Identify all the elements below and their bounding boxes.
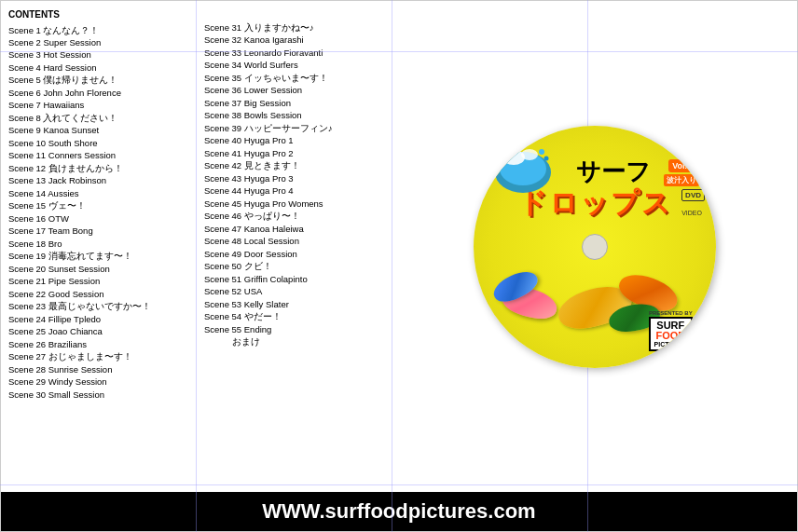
list-item: Scene 22 Good Session (8, 288, 204, 300)
list-item: Scene 39 ハッピーサーフィン♪ (204, 122, 400, 134)
list-item: Scene 55 Ending (204, 323, 400, 335)
list-item: Scene 35 イッちゃいま〜す！ (204, 72, 400, 84)
list-item: Scene 8 入れてください！ (8, 112, 204, 124)
list-item: Scene 32 Kanoa Igarashi (204, 34, 400, 46)
scene-list-left: CONTENTS Scene 1 なんなん？！Scene 2 Super Ses… (8, 8, 204, 484)
svg-point-6 (544, 156, 549, 160)
list-item: Scene 34 World Surfers (204, 59, 400, 71)
contents-label: CONTENTS (8, 8, 204, 22)
list-item: Scene 11 Conners Session (8, 149, 204, 161)
list-item: Scene 47 Kanoa Haleiwa (204, 223, 400, 235)
list-item: Scene 51 Griffin Colapinto (204, 273, 400, 285)
list-item: Scene 15 ヴェ〜！ (8, 199, 204, 211)
list-item: Scene 40 Hyuga Pro 1 (204, 134, 400, 146)
list-item: Scene 48 Local Session (204, 235, 400, 247)
list-item: Scene 21 Pipe Session (8, 275, 204, 287)
list-item: Scene 2 Super Session (8, 36, 204, 48)
list-item: Scene 28 Sunrise Session (8, 363, 204, 375)
list-item: Scene 50 クビ！ (204, 260, 400, 272)
food-text: FOOD (654, 331, 687, 341)
list-item: Scene 24 Fillipe Tpledo (8, 313, 204, 325)
list-item: Scene 16 OTW (8, 212, 204, 225)
list-item: Scene 13 Jack Robinson (8, 174, 204, 186)
surf-text: SURF (654, 321, 687, 331)
list-item: Scene 46 やっぱり〜！ (204, 210, 400, 222)
list-item: Scene 25 Joao Chianca (8, 325, 204, 337)
list-item: Scene 26 Brazilians (8, 338, 204, 350)
list-item: Scene 5 僕は帰りません！ (8, 74, 204, 86)
list-item: Scene 27 おじゃましま〜す！ (8, 350, 204, 362)
list-item: Scene 52 USA (204, 285, 400, 297)
dvd-hole (582, 234, 608, 260)
list-item: Scene 45 Hyuga Pro Womens (204, 198, 400, 210)
scene-list-right: Scene 31 入りますかね〜♪Scene 32 Kanoa Igarashi… (204, 8, 400, 484)
pictures-text: PICTURES (654, 341, 687, 348)
url-bar: WWW.surffoodpictures.com (1, 492, 797, 531)
list-item: Scene 9 Kanoa Sunset (8, 124, 204, 136)
list-item: Scene 20 Sunset Session (8, 263, 204, 275)
list-item: Scene 43 Hyuga Pro 3 (204, 172, 400, 184)
list-item: Scene 1 なんなん？！ (8, 24, 204, 36)
list-item: Scene 23 最高じゃないですか〜！ (8, 300, 204, 312)
list-item: Scene 54 やだー！ (204, 310, 400, 322)
surf-food-box: SURF FOOD PICTURES (649, 317, 693, 351)
list-item: Scene 18 Bro (8, 238, 204, 250)
surf-food-logo: PRESENTED BY SURF FOOD PICTURES (649, 310, 693, 351)
list-item: Scene 17 Team Bong (8, 225, 204, 237)
dvd-label: サーフ ドロップス Vol.6 波汁入り DVD VIDEO (474, 126, 716, 368)
list-item: Scene 37 Big Session (204, 97, 400, 109)
list-item: Scene 31 入りますかね〜♪ (204, 21, 400, 34)
list-item: Scene 12 負けませんから！ (8, 162, 204, 174)
content-area: CONTENTS Scene 1 なんなん？！Scene 2 Super Ses… (1, 1, 797, 492)
wave-icon (490, 144, 556, 196)
list-item: Scene 38 Bowls Session (204, 109, 400, 121)
list-item: Scene 42 見ときます！ (204, 159, 400, 171)
list-item: Scene 4 Hard Session (8, 61, 204, 74)
main-container: CONTENTS Scene 1 なんなん？！Scene 2 Super Ses… (0, 0, 798, 532)
list-item: Scene 49 Door Session (204, 248, 400, 260)
list-item: Scene 6 John John Florence (8, 87, 204, 99)
list-item: Scene 19 消毒忘れてます〜！ (8, 250, 204, 262)
list-item: Scene 53 Kelly Slater (204, 298, 400, 310)
list-item: Scene 41 Hyuga Pro 2 (204, 147, 400, 159)
list-item: おまけ (204, 335, 400, 348)
list-item: Scene 30 Small Session (8, 389, 204, 401)
scenes-right: Scene 31 入りますかね〜♪Scene 32 Kanoa Igarashi… (204, 21, 400, 348)
dvd-title-jp: サーフ (539, 158, 688, 185)
url-text: WWW.surffoodpictures.com (262, 499, 535, 523)
list-item: Scene 3 Hot Session (8, 48, 204, 61)
list-item: Scene 36 Lower Session (204, 84, 400, 96)
list-item: Scene 14 Aussies (8, 187, 204, 199)
list-item: Scene 44 Hyuga Pro 4 (204, 184, 400, 197)
svg-point-3 (521, 149, 538, 160)
list-item: Scene 10 South Shore (8, 137, 204, 149)
list-item: Scene 7 Hawaiians (8, 99, 204, 111)
dvd-section: サーフ ドロップス Vol.6 波汁入り DVD VIDEO (400, 8, 790, 484)
list-item: Scene 29 Windy Session (8, 375, 204, 388)
list-item: Scene 33 Leonardo Fioravanti (204, 47, 400, 59)
scenes-left: Scene 1 なんなん？！Scene 2 Super SessionScene… (8, 24, 204, 402)
presented-by-text: PRESENTED BY (649, 310, 693, 316)
svg-point-5 (539, 149, 544, 155)
svg-point-4 (501, 150, 508, 157)
